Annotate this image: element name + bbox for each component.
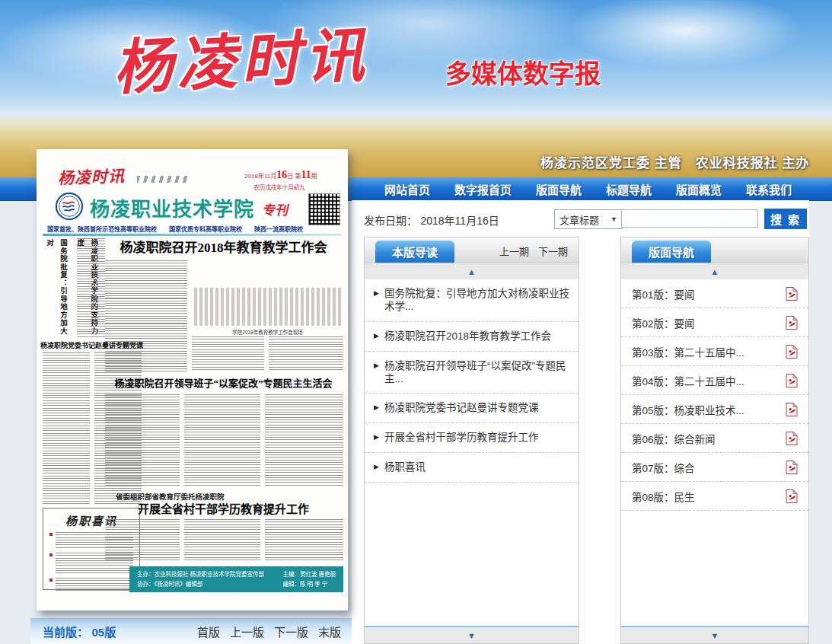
newspaper-page-preview[interactable]: 杨凌时讯 2018年11月16日 第11期 农历戊戌年十月初九 杨凌职业技术学院… [37, 149, 348, 611]
nav-list: 网站首页数字报首页版面导航标题导航版面概览联系我们 [384, 181, 792, 197]
page-list-item[interactable]: 第01版：要闻 [621, 279, 808, 308]
tab-page-nav[interactable]: 版面导航 [632, 241, 711, 263]
main-headline: 杨凌职院召开2018年教育教学工作会 [104, 237, 343, 256]
reading-panel-header: 本版导读 上一期 下一期 [365, 238, 579, 263]
pdf-icon[interactable] [786, 287, 798, 301]
paper-lunar-date: 农历戊戌年十月初九 [234, 183, 325, 191]
article-list-item[interactable]: ▶杨凌职院党委书记赵曼讲专题党课 [365, 394, 579, 423]
publisher-line: 协办：《杨凌时讯》编辑部 [137, 579, 264, 590]
paper-issue-no: 11 [301, 169, 311, 180]
page-label: 第07版：综合 [632, 460, 695, 475]
qr-code [308, 193, 340, 225]
page-label: 第04版：第二十五届中... [632, 373, 744, 388]
text-column [77, 238, 105, 337]
footer-link-1[interactable]: 首版 [197, 623, 220, 639]
text-column [105, 519, 180, 562]
search-input[interactable] [621, 209, 758, 228]
pdf-icon[interactable] [786, 489, 798, 503]
college-slogan: 国家首批、陕西首所示范性高等职业院校 国家优质专科高等职业院校 陕西一流高职院校 [47, 225, 303, 233]
conference-photo [192, 260, 343, 326]
article-list-item[interactable]: ▶杨职喜讯 [365, 453, 579, 483]
nav-item-2[interactable]: 数字报首页 [454, 181, 512, 197]
search-field-select[interactable]: 文章标题 ▼ [554, 209, 623, 229]
tab-reading-guide[interactable]: 本版导读 [375, 241, 454, 263]
nav-item-1[interactable]: 网站首页 [384, 181, 430, 197]
pdf-icon[interactable] [786, 461, 798, 474]
text-column [265, 519, 343, 562]
text-column [184, 394, 260, 487]
page-nav-links: 首版上一版下一版末版 [197, 623, 341, 639]
publish-date-value: 2018年11月16日 [420, 215, 499, 227]
footer-link-2[interactable]: 上一版 [230, 623, 264, 639]
dropdown-arrow-icon: ▼ [610, 215, 617, 223]
caret-icon: ▶ [374, 433, 379, 442]
nav-item-6[interactable]: 联系我们 [746, 181, 792, 197]
pdf-icon[interactable] [786, 403, 798, 416]
pages-scroll-up[interactable]: ▲ [621, 263, 808, 279]
page-list-item[interactable]: 第08版：民生 [621, 482, 808, 511]
nav-item-4[interactable]: 标题导航 [606, 181, 652, 197]
search-field-selected: 文章标题 [559, 212, 599, 227]
pdf-icon[interactable] [786, 432, 798, 445]
nav-item-3[interactable]: 版面导航 [536, 181, 582, 197]
next-issue-link[interactable]: 下一期 [538, 244, 568, 258]
photo-caption: 学院2018年教育教学工作会现场 [192, 328, 343, 336]
page-list: 第01版：要闻第02版：要闻第03版：第二十五届中...第04版：第二十五届中.… [621, 279, 808, 511]
page-list-item[interactable]: 第05版：杨凌职业技术... [621, 395, 808, 424]
paper-issue-suffix: 期 [311, 173, 317, 180]
article-list-item[interactable]: ▶开展全省村干部学历教育提升工作 [365, 423, 579, 453]
prev-issue-link[interactable]: 上一期 [499, 244, 529, 258]
article-title: 杨凌职院召开领导班子“以案促改”专题民主... [384, 360, 571, 386]
article-list-item[interactable]: ▶杨凌职院召开2018年教育教学工作会 [365, 322, 579, 352]
pdf-icon[interactable] [786, 316, 798, 330]
caret-icon: ▶ [374, 289, 379, 298]
caret-icon: ▶ [374, 332, 379, 340]
text-column [105, 394, 180, 487]
publisher-left: 主办：农业科技报社 杨凌职业技术学院党委宣传部 协办：《杨凌时讯》编辑部 [137, 569, 264, 590]
search-button[interactable]: 搜 索 [764, 209, 807, 229]
articles-scroll-up[interactable]: ▲ [365, 263, 579, 279]
article-title: 国务院批复：引导地方加大对杨凌职业技术学... [384, 288, 571, 314]
college-logo-icon [55, 192, 84, 221]
articles-scroll-down[interactable]: ▼ [365, 626, 579, 643]
college-name: 杨凌职业技术学院 [90, 193, 254, 222]
editor-line: 编辑：陈 明 李 宁 [282, 579, 336, 590]
text-column [184, 519, 260, 562]
footer-link-3[interactable]: 下一版 [274, 623, 308, 639]
pdf-icon[interactable] [786, 374, 798, 387]
editor-line: 主编：贺红波 唐艳丽 [282, 569, 336, 580]
paper-masthead: 杨凌时讯 [58, 163, 126, 188]
second-headline: 杨凌职院召开领导班子“以案促改”专题民主生活会 [104, 375, 343, 390]
text-column [265, 394, 343, 487]
page-footer-bar: 当前版： 05版 首版上一版下一版末版 [30, 618, 352, 644]
special-edition-tag: 专刊 [262, 199, 288, 218]
page-list-item[interactable]: 第06版：综合新闻 [621, 424, 808, 453]
nav-item-5[interactable]: 版面概览 [676, 181, 722, 197]
scroll-up-icon: ▲ [467, 267, 476, 276]
page-list-item[interactable]: 第07版：综合 [621, 453, 808, 482]
page-label: 第05版：杨凌职业技术... [632, 402, 744, 417]
caret-icon: ▶ [374, 463, 379, 471]
article-list: ▶国务院批复：引导地方加大对杨凌职业技术学...▶杨凌职院召开2018年教育教学… [365, 279, 579, 483]
good-news-item [49, 578, 133, 593]
page-list-item[interactable]: 第04版：第二十五届中... [621, 366, 808, 395]
publish-date-label: 发布日期： [364, 215, 417, 227]
footer-link-4[interactable]: 末版 [318, 623, 341, 639]
scroll-down-icon: ▼ [467, 631, 476, 640]
page-list-item[interactable]: 第02版：要闻 [621, 308, 808, 337]
caret-icon: ▶ [374, 403, 379, 412]
article-title: 开展全省村干部学历教育提升工作 [384, 432, 539, 445]
third-headline: 开展全省村干部学历教育提升工作 [104, 500, 343, 516]
pdf-icon[interactable] [786, 345, 798, 359]
page-label: 第02版：要闻 [632, 315, 695, 330]
paper-date-prefix: 2018年11月 [244, 173, 276, 180]
publisher-right: 主编：贺红波 唐艳丽 编辑：陈 明 李 宁 [282, 569, 336, 590]
scroll-down-icon: ▼ [711, 631, 719, 640]
article-title: 杨职喜讯 [384, 461, 426, 474]
publisher-line: 主办：农业科技报社 杨凌职业技术学院党委宣传部 [137, 569, 264, 580]
article-list-item[interactable]: ▶国务院批复：引导地方加大对杨凌职业技术学... [365, 279, 579, 322]
article-list-item[interactable]: ▶杨凌职院召开领导班子“以案促改”专题民主... [365, 352, 579, 394]
pages-scroll-down[interactable]: ▼ [621, 626, 808, 643]
page-list-item[interactable]: 第03版：第二十五届中... [621, 337, 808, 366]
publish-date: 发布日期： 2018年11月16日 [364, 212, 499, 228]
